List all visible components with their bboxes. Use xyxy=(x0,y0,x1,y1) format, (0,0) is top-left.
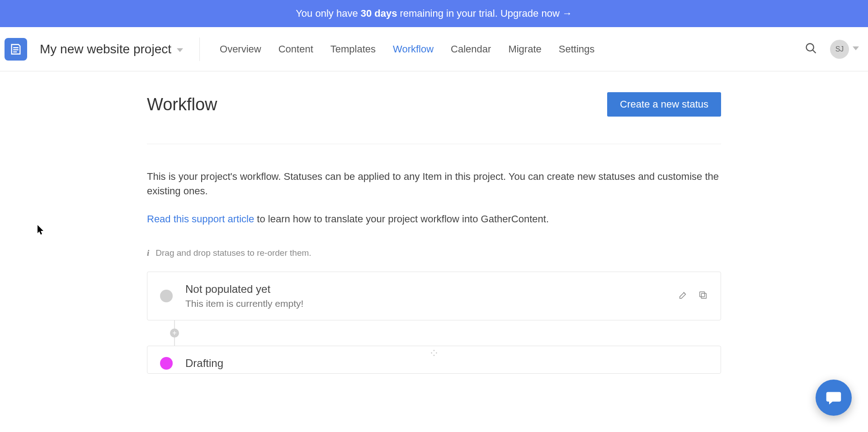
banner-suffix: remaining in your trial. Upgrade now xyxy=(400,8,559,19)
banner-prefix: You only have xyxy=(296,8,358,19)
tab-workflow[interactable]: Workflow xyxy=(393,43,434,55)
svg-point-0 xyxy=(807,43,814,51)
tab-calendar[interactable]: Calendar xyxy=(451,43,491,55)
info-icon: i xyxy=(147,248,149,258)
status-name: Not populated yet xyxy=(185,283,303,296)
svg-rect-3 xyxy=(700,291,705,296)
nav-tabs: Overview Content Templates Workflow Cale… xyxy=(220,43,594,55)
svg-rect-2 xyxy=(701,293,706,298)
status-card[interactable]: Drafting xyxy=(147,346,721,374)
duplicate-icon[interactable] xyxy=(698,290,708,302)
app-logo[interactable] xyxy=(5,38,27,61)
main-content: Workflow Create a new status This is you… xyxy=(147,71,721,374)
status-name: Drafting xyxy=(185,357,223,370)
intro-paragraph-2: Read this support article to learn how t… xyxy=(147,212,721,226)
status-color-dot xyxy=(160,357,173,370)
trial-banner[interactable]: You only have 30 days remaining in your … xyxy=(0,0,868,27)
hint-text: Drag and drop statuses to re-order them. xyxy=(156,248,311,258)
status-description: This item is currently empty! xyxy=(185,298,303,309)
banner-days: 30 days xyxy=(361,8,397,19)
mouse-cursor-icon xyxy=(38,225,45,236)
page-title: Workflow xyxy=(147,95,217,114)
status-color-dot xyxy=(160,290,173,302)
caret-down-icon xyxy=(853,45,859,53)
support-article-link[interactable]: Read this support article xyxy=(147,213,254,225)
edit-icon[interactable] xyxy=(678,290,688,302)
chat-launcher-button[interactable] xyxy=(816,380,852,416)
intro-paragraph-2-rest: to learn how to translate your project w… xyxy=(254,213,549,225)
document-icon xyxy=(9,43,22,56)
add-status-between-button[interactable]: + xyxy=(170,329,179,338)
avatar: SJ xyxy=(830,40,849,59)
intro-paragraph-1: This is your project's workflow. Statuse… xyxy=(147,169,721,198)
reorder-hint: i Drag and drop statuses to re-order the… xyxy=(147,248,721,258)
arrow-right-icon: → xyxy=(562,8,572,19)
svg-line-1 xyxy=(813,50,816,53)
status-list: Not populated yet This item is currently… xyxy=(147,272,721,374)
search-icon[interactable] xyxy=(805,42,817,56)
create-status-button[interactable]: Create a new status xyxy=(607,92,721,117)
tab-templates[interactable]: Templates xyxy=(330,43,376,55)
drag-handle-icon[interactable] xyxy=(430,349,438,359)
tab-migrate[interactable]: Migrate xyxy=(508,43,541,55)
project-name: My new website project xyxy=(40,42,171,56)
tab-settings[interactable]: Settings xyxy=(559,43,595,55)
caret-down-icon xyxy=(177,42,183,56)
project-switcher[interactable]: My new website project xyxy=(40,38,200,61)
status-card[interactable]: Not populated yet This item is currently… xyxy=(147,272,721,320)
chat-icon xyxy=(825,389,843,407)
tab-overview[interactable]: Overview xyxy=(220,43,261,55)
top-nav: My new website project Overview Content … xyxy=(0,27,868,71)
tab-content[interactable]: Content xyxy=(278,43,313,55)
status-connector: + xyxy=(174,320,721,346)
user-menu[interactable]: SJ xyxy=(830,40,859,59)
